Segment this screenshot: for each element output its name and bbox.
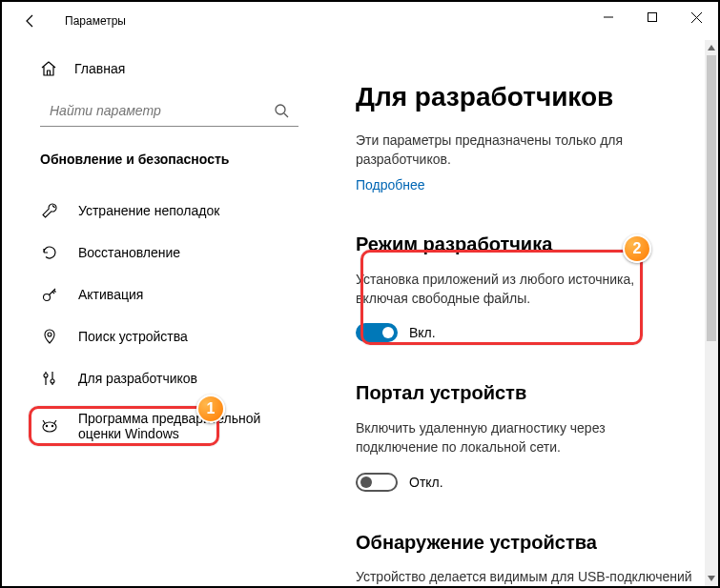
search-box[interactable] — [40, 95, 298, 127]
page-title: Для разработчиков — [356, 82, 684, 112]
device-portal-heading: Портал устройств — [356, 382, 684, 404]
vertical-scrollbar[interactable] — [705, 40, 718, 586]
sidebar: Главная Обновление и безопасность Устран… — [2, 40, 321, 586]
device-portal-state: Откл. — [409, 475, 443, 490]
dev-mode-desc: Установка приложений из любого источника… — [356, 271, 684, 308]
sidebar-home-label: Главная — [74, 61, 125, 76]
sidebar-nav: Устранение неполадок Восстановление Акти… — [2, 190, 321, 453]
svg-point-7 — [48, 333, 51, 336]
sidebar-item-insider[interactable]: Программа предварительной оценки Windows — [2, 399, 321, 453]
sidebar-item-developers[interactable]: Для разработчиков — [2, 357, 321, 399]
search-icon — [274, 103, 289, 118]
sidebar-item-label: Активация — [78, 287, 321, 302]
learn-more-link[interactable]: Подробнее — [356, 177, 425, 193]
home-icon — [40, 60, 57, 77]
sidebar-item-activation[interactable]: Активация — [2, 274, 321, 315]
sidebar-item-label: Поиск устройства — [78, 329, 321, 344]
dev-mode-block: Установка приложений из любого источника… — [356, 271, 684, 342]
recovery-icon — [40, 244, 59, 261]
main-panel: Для разработчиков Эти параметры предназн… — [321, 40, 718, 586]
device-portal-desc: Включить удаленную диагностику через под… — [356, 419, 684, 456]
svg-point-11 — [51, 379, 54, 383]
annotation-badge-2: 2 — [623, 234, 651, 263]
sidebar-item-find-device[interactable]: Поиск устройства — [2, 315, 321, 357]
svg-line-5 — [284, 113, 288, 117]
window-controls — [586, 2, 718, 32]
close-button[interactable] — [674, 2, 718, 32]
maximize-button[interactable] — [630, 2, 674, 32]
location-icon — [40, 328, 59, 345]
svg-point-4 — [276, 105, 285, 114]
scroll-down-arrow[interactable] — [705, 571, 718, 586]
sidebar-item-troubleshoot[interactable]: Устранение неполадок — [2, 190, 321, 232]
discovery-cut-text: Устройство делается видимым для USB-подк… — [356, 569, 684, 584]
window-title: Параметры — [65, 14, 126, 28]
back-button[interactable] — [19, 10, 42, 32]
search-input[interactable] — [40, 95, 298, 127]
svg-point-12 — [43, 422, 56, 432]
insider-icon — [40, 417, 59, 435]
sidebar-item-label: Устранение неполадок — [78, 203, 321, 218]
scroll-up-arrow[interactable] — [705, 40, 718, 55]
svg-point-13 — [46, 425, 48, 427]
settings-window: Параметры Главная — [0, 0, 720, 588]
svg-point-14 — [51, 425, 53, 427]
dev-mode-toggle[interactable] — [356, 323, 398, 342]
titlebar: Параметры — [2, 2, 718, 40]
discovery-heading: Обнаружение устройства — [356, 532, 684, 554]
minimize-button[interactable] — [586, 2, 630, 32]
content-area: Главная Обновление и безопасность Устран… — [2, 40, 718, 586]
sidebar-item-label: Восстановление — [78, 245, 321, 260]
scrollbar-thumb[interactable] — [707, 55, 716, 341]
sidebar-item-label: Для разработчиков — [78, 371, 321, 386]
sidebar-item-recovery[interactable]: Восстановление — [2, 232, 321, 274]
annotation-badge-1: 1 — [196, 395, 225, 423]
device-portal-block: Включить удаленную диагностику через под… — [356, 419, 684, 491]
sidebar-section-title: Обновление и безопасность — [2, 127, 321, 180]
svg-rect-1 — [648, 13, 657, 22]
dev-mode-state: Вкл. — [409, 325, 436, 340]
key-icon — [40, 286, 59, 303]
svg-point-10 — [44, 374, 48, 377]
sidebar-home[interactable]: Главная — [2, 50, 321, 88]
wrench-icon — [40, 202, 59, 219]
developer-icon — [40, 370, 59, 387]
intro-text: Эти параметры предназначены только для р… — [356, 132, 684, 169]
svg-point-6 — [44, 294, 51, 301]
device-portal-toggle[interactable] — [356, 473, 398, 492]
